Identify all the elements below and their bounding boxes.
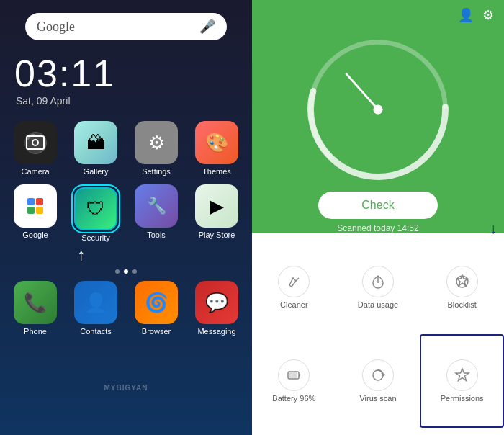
themes-label: Themes — [202, 167, 231, 176]
clock-display: 03:11 — [14, 52, 115, 95]
security-header: 👤 ⚙ — [252, 0, 504, 30]
settings-label: Settings — [142, 167, 171, 176]
app-browser[interactable]: 🌀 Browser — [130, 281, 182, 336]
app-camera[interactable]: ⚫ Camera — [9, 121, 61, 176]
contacts-label: Contacts — [80, 327, 111, 336]
app-tools[interactable]: 🔧 Tools — [130, 184, 182, 242]
speed-gauge — [299, 30, 457, 189]
permissions-label: Permissions — [441, 394, 484, 403]
app-google[interactable]: Google — [9, 184, 61, 242]
svg-rect-9 — [289, 372, 297, 378]
security-highlight-border: 🛡 — [71, 184, 120, 233]
messaging-label: Messaging — [197, 327, 235, 336]
app-settings[interactable]: ⚙ Settings — [130, 121, 182, 176]
page-dots — [115, 269, 137, 274]
scanned-text: Scanned today 14:52 — [337, 223, 418, 233]
tools-label: Tools — [147, 230, 166, 239]
playstore-icon-wrap: ▶ — [195, 184, 238, 228]
data-usage-icon — [362, 266, 394, 297]
bottom-item-permissions[interactable]: Permissions — [420, 334, 504, 428]
app-themes[interactable]: 🎨 Themes — [191, 121, 243, 176]
battery-icon — [278, 359, 310, 391]
settings-icon: ⚙ — [148, 132, 165, 154]
tools-icon: 🔧 — [147, 197, 166, 215]
browser-icon: 🌀 — [145, 292, 168, 314]
contacts-icon: 👤 — [84, 292, 107, 314]
svg-marker-11 — [456, 369, 469, 381]
permissions-svg — [454, 367, 470, 383]
settings-icon-wrap: ⚙ — [135, 121, 178, 164]
bottom-item-virus-scan[interactable]: Virus scan — [336, 334, 420, 428]
arrow-down-icon: ↓ — [490, 220, 497, 237]
gallery-label: Gallery — [84, 167, 109, 176]
app-grid-row3: 📞 Phone 👤 Contacts 🌀 Browser 💬 Messaging — [2, 281, 250, 336]
cleaner-label: Cleaner — [280, 300, 308, 309]
google-logo: Google — [37, 19, 199, 35]
right-panel: 👤 ⚙ Check Scanned today 14:52 — [252, 0, 504, 435]
google-label: Google — [22, 230, 48, 239]
app-contacts[interactable]: 👤 Contacts — [70, 281, 122, 336]
battery-label: Battery 96% — [272, 394, 315, 403]
bottom-item-battery[interactable]: Battery 96% — [252, 334, 336, 428]
search-bar[interactable]: Google 🎤 — [25, 13, 227, 40]
tools-icon-wrap: 🔧 — [135, 184, 178, 228]
blocklist-svg — [454, 274, 470, 290]
themes-icon: 🎨 — [205, 132, 228, 154]
security-arrow-up: ↑ — [77, 245, 86, 265]
cleaner-svg — [286, 274, 302, 290]
date-display: Sat, 09 April — [16, 95, 71, 107]
phone-icon: 📞 — [24, 292, 47, 314]
playstore-label: Play Store — [199, 230, 235, 239]
camera-icon-wrap: ⚫ — [14, 121, 57, 164]
gallery-icon: 🏔 — [86, 132, 105, 154]
app-messaging[interactable]: 💬 Messaging — [191, 281, 243, 336]
svg-rect-8 — [299, 374, 300, 377]
blocklist-icon — [446, 266, 478, 297]
bottom-item-data-usage[interactable]: Data usage — [336, 241, 420, 334]
battery-svg — [286, 367, 302, 383]
browser-label: Browser — [142, 327, 171, 336]
bottom-item-blocklist[interactable]: Blocklist ↓ — [420, 241, 504, 334]
check-button[interactable]: Check — [318, 192, 437, 219]
contacts-icon-wrap: 👤 — [74, 281, 117, 324]
cleaner-icon — [278, 266, 310, 297]
watermark: MYBIGYAN — [104, 384, 148, 392]
messaging-icon: 💬 — [205, 292, 228, 314]
svg-point-6 — [456, 276, 468, 287]
dot-3 — [132, 269, 137, 274]
gauge-svg — [299, 30, 457, 189]
camera-label: Camera — [21, 167, 49, 176]
security-app-top: 👤 ⚙ Check Scanned today 14:52 — [252, 0, 504, 233]
browser-icon-wrap: 🌀 — [135, 281, 178, 324]
mic-icon[interactable]: 🎤 — [199, 19, 215, 35]
virus-scan-svg — [370, 367, 386, 383]
app-playstore[interactable]: ▶ Play Store — [191, 184, 243, 242]
app-gallery[interactable]: 🏔 Gallery — [70, 121, 122, 176]
security-icon-wrap: 🛡 — [74, 187, 117, 230]
gallery-icon-wrap: 🏔 — [74, 121, 117, 164]
svg-line-4 — [296, 278, 299, 281]
messaging-icon-wrap: 💬 — [195, 281, 238, 324]
permissions-icon — [446, 359, 478, 391]
google-apps-icon — [23, 194, 48, 218]
bottom-item-cleaner[interactable]: Cleaner — [252, 241, 336, 334]
phone-label: Phone — [24, 327, 47, 336]
google-icon-wrap — [14, 184, 57, 228]
security-shield-icon: 🛡 — [86, 198, 105, 220]
data-usage-label: Data usage — [358, 300, 398, 309]
person-icon[interactable]: 👤 — [458, 7, 474, 23]
phone-icon-wrap: 📞 — [14, 281, 57, 324]
app-security[interactable]: 🛡 Security — [70, 184, 122, 242]
virus-scan-icon — [362, 359, 394, 391]
security-label: Security — [81, 233, 110, 242]
security-bottom-grid: Cleaner Data usage Blocklist ↓ — [252, 233, 504, 435]
virus-scan-label: Virus scan — [359, 394, 396, 403]
dot-1 — [115, 269, 120, 274]
svg-line-3 — [346, 74, 378, 110]
themes-icon-wrap: 🎨 — [195, 121, 238, 164]
app-phone[interactable]: 📞 Phone — [9, 281, 61, 336]
gear-icon[interactable]: ⚙ — [482, 7, 494, 23]
blocklist-label: Blocklist — [447, 300, 476, 309]
dot-2 — [124, 269, 128, 274]
data-usage-svg — [370, 274, 386, 290]
